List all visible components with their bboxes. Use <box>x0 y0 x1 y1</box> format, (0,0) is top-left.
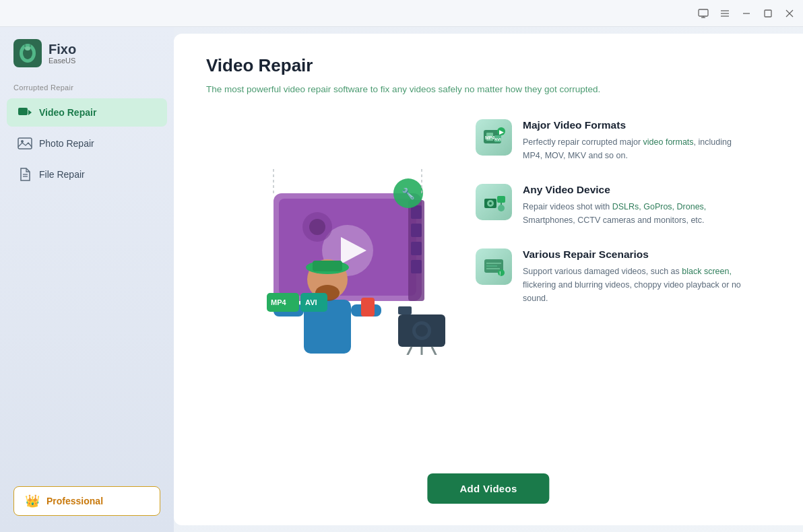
feature-title: Any Video Device <box>523 184 706 196</box>
logo-name: Fixo <box>49 42 76 57</box>
svg-point-67 <box>489 202 492 205</box>
features-list: MP4 AVI ▶ Major Video Formats Perfectly … <box>476 112 771 305</box>
nav-section-label: Corrupted Repair <box>0 84 174 97</box>
feature-text-major-formats: Major Video Formats Perfectly repair cor… <box>523 119 752 162</box>
sidebar-item-photo-repair[interactable]: Photo Repair <box>7 129 167 158</box>
file-repair-icon <box>18 167 32 182</box>
feature-icon-any-device <box>476 184 512 220</box>
svg-rect-46 <box>313 261 342 271</box>
svg-text:AVI: AVI <box>305 298 317 306</box>
page-subtitle: The most powerful video repair software … <box>206 83 771 96</box>
svg-rect-13 <box>24 44 26 47</box>
svg-line-41 <box>402 347 412 355</box>
feature-desc: Support various damaged videos, such as … <box>523 265 752 305</box>
svg-line-42 <box>432 347 442 355</box>
minimize-icon[interactable] <box>741 8 752 19</box>
app-logo-icon <box>13 39 42 67</box>
pro-button-label: Professional <box>46 496 103 506</box>
svg-rect-18 <box>18 138 32 149</box>
sidebar-item-file-repair[interactable]: File Repair <box>7 160 167 189</box>
logo-area: Fixo EaseUS <box>0 27 174 84</box>
svg-rect-51 <box>361 298 375 317</box>
svg-rect-7 <box>765 10 771 17</box>
feature-item-any-device: Any Video Device Repair videos shot with… <box>476 184 771 227</box>
add-videos-button[interactable]: Add Videos <box>427 473 549 504</box>
feature-icon-repair-scenarios: ! <box>476 248 512 285</box>
svg-text:AVI: AVI <box>494 137 501 141</box>
professional-button[interactable]: 👑 Professional <box>13 486 160 516</box>
svg-rect-14 <box>30 44 31 47</box>
crown-icon: 👑 <box>25 494 40 508</box>
sidebar-item-label: File Repair <box>39 169 85 180</box>
menu-icon[interactable] <box>719 8 730 19</box>
close-icon[interactable] <box>784 8 795 19</box>
app-container: Fixo EaseUS Corrupted Repair Video Repai… <box>0 27 803 532</box>
svg-text:🔧: 🔧 <box>402 187 415 200</box>
svg-text:MP4: MP4 <box>271 298 287 306</box>
sidebar-item-label: Photo Repair <box>39 138 94 149</box>
photo-repair-icon <box>18 136 32 151</box>
svg-marker-17 <box>28 110 32 115</box>
monitor-icon[interactable] <box>698 8 709 19</box>
sidebar-item-label: Video Repair <box>39 107 96 118</box>
logo-text: Fixo EaseUS <box>49 42 76 65</box>
feature-text-any-device: Any Video Device Repair videos shot with… <box>523 184 706 227</box>
feature-desc: Repair videos shot with DSLRs, GoPros, D… <box>523 200 706 227</box>
feature-title: Major Video Formats <box>523 119 752 131</box>
feature-title: Various Repair Scenarios <box>523 248 752 261</box>
svg-text:!: ! <box>499 270 501 277</box>
svg-text:▶: ▶ <box>499 129 504 135</box>
title-bar <box>0 0 803 27</box>
main-content: Video Repair The most powerful video rep… <box>174 34 803 525</box>
svg-rect-0 <box>699 9 708 16</box>
svg-rect-68 <box>497 196 505 203</box>
feature-desc: Perfectly repair corrupted major video f… <box>523 135 752 162</box>
page-title: Video Repair <box>206 55 771 76</box>
feature-item-repair-scenarios: ! Various Repair Scenarios Support vario… <box>476 248 771 305</box>
svg-point-15 <box>25 46 30 51</box>
svg-rect-16 <box>18 108 28 115</box>
logo-sub: EaseUS <box>49 57 76 65</box>
svg-rect-40 <box>398 306 412 314</box>
svg-rect-29 <box>411 242 422 255</box>
maximize-icon[interactable] <box>763 8 773 19</box>
video-repair-icon <box>18 105 32 120</box>
content-layout: 🔧 <box>206 112 771 355</box>
svg-rect-30 <box>411 260 422 273</box>
svg-text:MP4: MP4 <box>485 135 495 140</box>
svg-point-32 <box>309 219 325 235</box>
feature-item-major-formats: MP4 AVI ▶ Major Video Formats Perfectly … <box>476 119 771 162</box>
sidebar: Fixo EaseUS Corrupted Repair Video Repai… <box>0 27 174 532</box>
illustration-area: 🔧 <box>206 126 449 355</box>
svg-point-39 <box>416 325 428 337</box>
feature-icon-major-formats: MP4 AVI ▶ <box>476 119 512 156</box>
sidebar-item-video-repair[interactable]: Video Repair <box>7 98 167 127</box>
feature-text-repair-scenarios: Various Repair Scenarios Support various… <box>523 248 752 305</box>
svg-point-69 <box>498 205 505 211</box>
svg-rect-28 <box>411 224 422 237</box>
